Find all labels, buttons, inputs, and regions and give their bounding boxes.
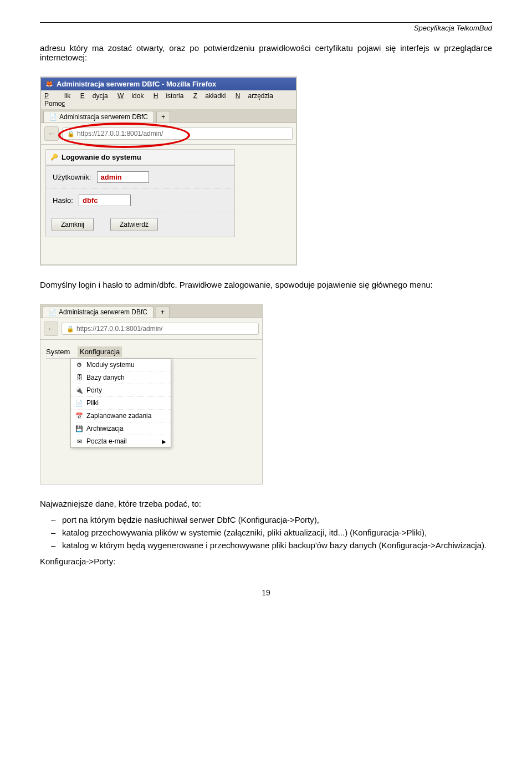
window-titlebar: 🦊 Administracja serwerem DBfC - Mozilla … xyxy=(41,78,296,90)
url-bar[interactable]: 🔒 https://127.0.0.1:8001/admin/ xyxy=(62,128,293,140)
new-tab-button[interactable]: + xyxy=(156,111,170,123)
bullet-1: port na którym będzie nasłuchiwał serwer… xyxy=(62,515,492,524)
screenshot-menu: 📄 Administracja serwerem DBfC + ← 🔒 http… xyxy=(40,304,263,484)
window-title: Administracja serwerem DBfC - Mozilla Fi… xyxy=(57,80,216,88)
back-button-2[interactable]: ← xyxy=(44,322,58,336)
back-button[interactable]: ← xyxy=(44,126,59,141)
lock-icon-2: 🔒 xyxy=(66,325,74,333)
menu-edycja[interactable]: Edycja xyxy=(80,92,108,100)
login-icon: 🔑 xyxy=(50,154,58,161)
tab-label: Administracja serwerem DBfC xyxy=(59,113,148,121)
bullet-list: port na którym będzie nasłuchiwał serwer… xyxy=(40,515,492,550)
url-text: https://127.0.0.1:8001/admin/ xyxy=(77,130,163,137)
menu-historia[interactable]: Historia xyxy=(154,92,184,100)
submit-button[interactable]: Zatwierdź xyxy=(110,218,158,231)
paragraph-4: Konfiguracja->Porty: xyxy=(40,557,492,566)
mail-icon: ✉ xyxy=(75,437,83,445)
submenu-arrow-icon: ▶ xyxy=(162,438,166,445)
browser-tab-2[interactable]: 📄 Administracja serwerem DBfC xyxy=(43,306,154,318)
schedule-icon: 📅 xyxy=(75,412,83,420)
menu-system[interactable]: System xyxy=(46,348,70,356)
browser-menubar: Plik Edycja Widok Historia Zakładki Narz… xyxy=(41,90,296,109)
tab-favicon: 📄 xyxy=(49,113,57,121)
menu-widok[interactable]: Widok xyxy=(117,92,144,100)
close-button[interactable]: Zamknij xyxy=(52,218,94,231)
app-menubar: System Konfiguracja xyxy=(46,345,257,359)
bullet-2: katalog przechowywania plików w systemie… xyxy=(62,528,492,537)
tab-favicon-2: 📄 xyxy=(49,308,57,316)
port-icon: 🔌 xyxy=(75,386,83,394)
header-title: Specyfikacja TelkomBud xyxy=(40,24,492,32)
module-icon: ⚙ xyxy=(75,361,83,369)
bullet-3: katalog w którym będą wygenerowane i prz… xyxy=(62,540,492,550)
login-panel: 🔑 Logowanie do systemu Użytkownik: admin… xyxy=(45,149,235,237)
dd-bazy[interactable]: 🗄Bazy danych xyxy=(71,371,171,384)
header-rule xyxy=(40,22,492,23)
lock-icon: 🔒 xyxy=(67,130,75,137)
firefox-icon: 🦊 xyxy=(45,80,53,88)
new-tab-button-2[interactable]: + xyxy=(156,306,170,318)
file-icon: 📄 xyxy=(75,399,83,407)
dd-archiwizacja[interactable]: 💾Archiwizacja xyxy=(71,422,171,435)
screenshot-login: 🦊 Administracja serwerem DBfC - Mozilla … xyxy=(40,76,297,266)
user-input[interactable]: admin xyxy=(97,171,149,183)
paragraph-2: Domyślny login i hasło to admin/dbfc. Pr… xyxy=(40,280,492,289)
nav-bar-2: ← 🔒 https://127.0.0.1:8001/admin/ xyxy=(40,318,262,340)
paragraph-1: adresu który ma zostać otwarty, oraz po … xyxy=(40,43,492,62)
user-label: Użytkownik: xyxy=(53,173,91,181)
dd-poczta[interactable]: ✉Poczta e-mail▶ xyxy=(71,435,171,447)
dd-pliki[interactable]: 📄Pliki xyxy=(71,397,171,410)
paragraph-3: Najważniejsze dane, które trzeba podać, … xyxy=(40,499,492,508)
pass-label: Hasło: xyxy=(53,196,73,205)
menu-pomoc[interactable]: Pomoc xyxy=(44,100,73,108)
pass-input[interactable]: dbfc xyxy=(79,195,131,206)
tab-row-2: 📄 Administracja serwerem DBfC + xyxy=(40,304,262,318)
dd-zadania[interactable]: 📅Zaplanowane zadania xyxy=(71,410,171,422)
url-text-2: https://127.0.0.1:8001/admin/ xyxy=(76,325,162,333)
url-bar-2[interactable]: 🔒 https://127.0.0.1:8001/admin/ xyxy=(62,323,259,335)
nav-bar: ← 🔒 https://127.0.0.1:8001/admin/ xyxy=(41,123,296,145)
browser-tab[interactable]: 📄 Administracja serwerem DBfC xyxy=(43,111,154,123)
page-number: 19 xyxy=(40,588,492,597)
menu-plik[interactable]: Plik xyxy=(44,92,70,100)
konfiguracja-dropdown: ⚙Moduły systemu 🗄Bazy danych 🔌Porty 📄Pli… xyxy=(70,358,171,448)
database-icon: 🗄 xyxy=(75,374,83,381)
tab-label-2: Administracja serwerem DBfC xyxy=(59,308,147,316)
login-panel-title: 🔑 Logowanie do systemu xyxy=(46,150,234,166)
menu-zakladki[interactable]: Zakładki xyxy=(193,92,226,100)
tab-row: 📄 Administracja serwerem DBfC + xyxy=(41,109,296,123)
dd-moduly[interactable]: ⚙Moduły systemu xyxy=(71,359,171,371)
dd-porty[interactable]: 🔌Porty xyxy=(71,384,171,397)
archive-icon: 💾 xyxy=(75,425,83,432)
menu-narzedzia[interactable]: Narzędzia xyxy=(236,92,273,100)
menu-konfiguracja[interactable]: Konfiguracja xyxy=(78,346,122,357)
